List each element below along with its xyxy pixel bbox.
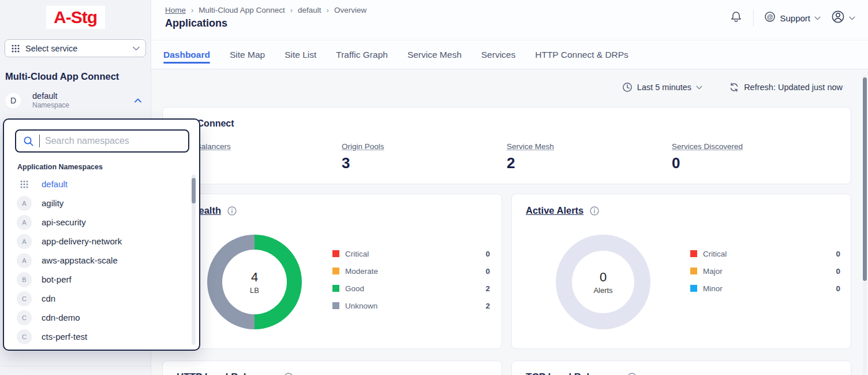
namespace-selector[interactable]: D default Namespace: [5, 91, 146, 109]
time-range-label: Last 5 minutes: [637, 83, 691, 92]
at-circle-icon: @: [764, 11, 776, 25]
tab-services[interactable]: Services: [481, 40, 515, 69]
tab-service-mesh[interactable]: Service Mesh: [407, 40, 462, 69]
namespace-item-default[interactable]: default: [4, 174, 199, 194]
breadcrumb-home[interactable]: Home: [165, 6, 186, 14]
tab-site-list[interactable]: Site List: [285, 40, 316, 69]
legend-row-good: Good 2: [332, 280, 490, 297]
namespace-item-api-security[interactable]: A api-security: [4, 213, 199, 232]
namespace-item-aws-appstack-scale[interactable]: A aws-appstack-scale: [4, 251, 199, 270]
refresh-icon: [729, 82, 739, 92]
top-header: Home › Multi-Cloud App Connect › default…: [151, 0, 868, 40]
http-load-balancers-title: HTTP Load Balancers: [177, 372, 278, 375]
namespace-search-input[interactable]: [45, 136, 181, 146]
time-range-selector[interactable]: Last 5 minutes: [622, 82, 702, 92]
refresh-button[interactable]: Refresh: Updated just now: [729, 82, 843, 92]
chevron-down-icon: [133, 46, 140, 51]
dashboard-toolbar: Last 5 minutes Refresh: Updated just now: [162, 80, 843, 95]
legend-swatch: [332, 285, 339, 292]
chevron-down-icon: [814, 16, 821, 20]
legend-swatch: [690, 250, 697, 257]
breadcrumb-overview: Overview: [334, 6, 366, 14]
letter-avatar: C: [17, 310, 32, 325]
stat-services-discovered: Services Discovered 0: [672, 141, 837, 172]
account-menu-button[interactable]: [831, 10, 855, 26]
namespace-list: default A agility A api-security A app-d…: [4, 174, 199, 346]
namespace-dropdown-panel: Application Namespaces default A agility…: [3, 118, 200, 351]
active-alerts-card: Active Alerts 0 Alerts: [511, 194, 851, 349]
breadcrumb-service[interactable]: Multi-Cloud App Connect: [199, 6, 285, 14]
info-icon[interactable]: [227, 206, 237, 216]
page-title: Applications: [165, 17, 227, 29]
legend-swatch: [690, 285, 697, 292]
active-alerts-donut: 0 Alerts: [556, 235, 650, 329]
main-content: Last 5 minutes Refresh: Updated just now…: [151, 69, 868, 375]
namespace-item-agility[interactable]: A agility: [4, 194, 199, 213]
tab-http-connect-drps[interactable]: HTTP Connect & DRPs: [535, 40, 628, 69]
breadcrumb: Home › Multi-Cloud App Connect › default…: [165, 6, 366, 14]
dropdown-scrollbar-thumb[interactable]: [192, 178, 196, 203]
active-alerts-donut-label: Alerts: [593, 286, 612, 295]
support-label: Support: [780, 13, 810, 23]
text-cursor: [39, 135, 40, 147]
legend-row-moderate: Moderate 0: [332, 262, 490, 280]
lb-health-donut-value: 4: [251, 270, 258, 285]
letter-avatar: A: [17, 215, 32, 230]
stat-services-discovered-link[interactable]: Services Discovered: [672, 142, 743, 151]
namespace-group-label: Application Namespaces: [17, 163, 199, 171]
support-menu-button[interactable]: @ Support: [764, 11, 821, 25]
info-icon[interactable]: [589, 206, 600, 216]
tab-traffic-graph[interactable]: Traffic Graph: [336, 40, 388, 69]
namespace-name: default: [32, 91, 124, 101]
stat-service-mesh-link[interactable]: Service Mesh: [507, 142, 554, 151]
legend-row-critical: Critical 0: [690, 245, 840, 262]
stat-services-discovered-value: 0: [672, 154, 837, 172]
bell-icon: [729, 10, 743, 26]
tcp-load-balancers-card: TCP Load Balancers: [511, 361, 851, 375]
tab-site-map[interactable]: Site Map: [230, 40, 265, 69]
clock-icon: [622, 82, 633, 92]
letter-avatar: A: [17, 234, 32, 249]
page-tabs: Dashboard Site Map Site List Traffic Gra…: [151, 40, 868, 69]
user-circle-icon: [831, 10, 845, 26]
chevron-up-icon: [134, 98, 141, 103]
letter-avatar: A: [17, 253, 32, 268]
legend-swatch: [332, 250, 339, 257]
legend-row-minor: Minor 0: [690, 280, 840, 297]
stat-load-balancers: Load Balancers: [177, 141, 342, 172]
page-scrollbar-thumb[interactable]: [863, 77, 867, 281]
namespace-item-cts-perf-test[interactable]: C cts-perf-test: [4, 327, 199, 346]
namespace-item-bot-perf[interactable]: B bot-perf: [4, 270, 199, 289]
chevron-down-icon: [849, 16, 855, 20]
namespace-type-label: Namespace: [32, 101, 124, 109]
namespace-item-cdn-demo[interactable]: C cdn-demo: [4, 308, 199, 327]
grid-icon: [11, 44, 20, 53]
namespace-item-app-delivery-network[interactable]: A app-delivery-network: [4, 232, 199, 251]
breadcrumb-namespace[interactable]: default: [298, 6, 321, 14]
brand-logo-text: A-Stg: [54, 8, 97, 27]
namespace-item-cdn[interactable]: C cdn: [4, 289, 199, 308]
notifications-bell-button[interactable]: [729, 10, 743, 26]
page-scrollbar-track[interactable]: [863, 75, 867, 375]
sidebar-divider: [0, 366, 151, 366]
lb-health-card: LB Health 4 LB: [162, 194, 502, 349]
stat-origin-pools-link[interactable]: Origin Pools: [342, 142, 384, 151]
info-icon[interactable]: [627, 372, 637, 375]
letter-avatar: A: [17, 196, 32, 211]
brand-logo: A-Stg: [46, 6, 105, 29]
active-alerts-title-link[interactable]: Active Alerts: [526, 205, 583, 216]
breadcrumb-separator: ›: [290, 6, 293, 14]
lb-health-donut: 4 LB: [207, 235, 302, 329]
tab-dashboard[interactable]: Dashboard: [163, 40, 210, 69]
namespace-search-box[interactable]: [15, 129, 189, 153]
stat-service-mesh: Service Mesh 2: [507, 141, 672, 172]
select-service-dropdown[interactable]: Select service: [5, 39, 146, 57]
letter-avatar: B: [17, 272, 32, 287]
app-connect-card: App Connect Load Balancers Origin Pools …: [162, 107, 851, 184]
info-icon[interactable]: [283, 372, 294, 375]
dropdown-scrollbar-track[interactable]: [192, 174, 196, 345]
lb-health-legend: Critical 0 Moderate 0 Good 2: [332, 245, 490, 314]
letter-avatar: C: [17, 329, 32, 344]
grid-icon: [17, 180, 32, 189]
app-connect-card-title: App Connect: [177, 118, 837, 129]
